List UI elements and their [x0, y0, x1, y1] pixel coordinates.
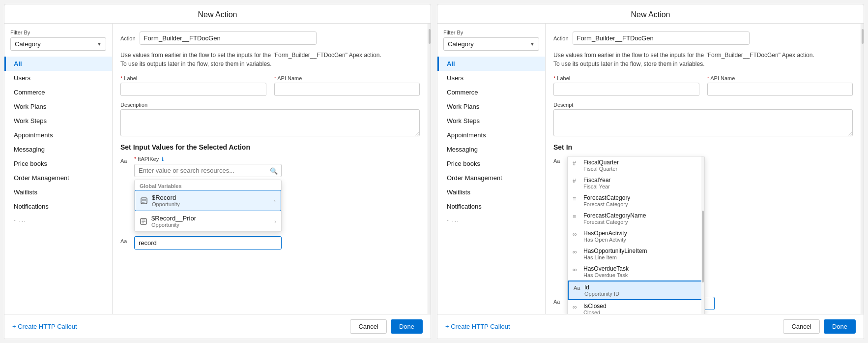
left-value-input[interactable] — [134, 236, 282, 249]
left-api-name-label: * API Name — [274, 75, 420, 81]
right-dropdown-has-overdue-task[interactable]: ∞ HasOverdueTask Has Overdue Task — [568, 263, 704, 281]
right-filter-dropdown[interactable]: Category ▼ — [443, 37, 539, 51]
left-modal-footer: + Create HTTP Callout Cancel Done — [4, 314, 431, 339]
right-description-label: Descript — [553, 102, 853, 108]
chevron-down-icon: ▼ — [97, 41, 102, 47]
text-icon-id: Aa — [574, 285, 580, 291]
right-sidebar-item-work-plans[interactable]: Work Plans — [437, 99, 545, 114]
left-modal-title: New Action — [4, 4, 431, 24]
right-sidebar-item-work-steps[interactable]: Work Steps — [437, 114, 545, 128]
right-sidebar-item-waitlists[interactable]: Waitlists — [437, 185, 545, 199]
right-dropdown-id[interactable]: Aa Id Opportunity ID — [568, 281, 704, 300]
right-dropdown-fiscal-quarter[interactable]: # FiscalQuarter Fiscal Quarter — [568, 156, 704, 174]
left-input-type-label: Aa — [120, 156, 130, 164]
right-modal-footer: + Create HTTP Callout Cancel Done — [437, 314, 864, 339]
left-description-textarea[interactable] — [120, 109, 420, 136]
right-sidebar-item-notifications[interactable]: Notifications — [437, 199, 545, 214]
left-sidebar: Filter By Category ▼ All Users Commerce … — [4, 24, 113, 314]
left-description: Use values from earlier in the flow to s… — [120, 51, 420, 68]
left-dropdown-popup: Global Variables $Record Opportunity — [134, 180, 282, 232]
left-label-input[interactable] — [120, 83, 266, 96]
info-icon[interactable]: ℹ — [162, 156, 164, 162]
sidebar-item-more[interactable]: - ... — [4, 214, 112, 226]
sidebar-item-work-plans[interactable]: Work Plans — [4, 99, 112, 114]
right-dropdown-forecast-category-name[interactable]: ≡ ForecastCategoryName Forecast Category — [568, 210, 704, 227]
left-record-item[interactable]: $Record Opportunity › — [135, 190, 281, 211]
right-sidebar-item-more[interactable]: - ... — [437, 214, 545, 226]
record-prior-icon — [140, 218, 147, 225]
right-scrollbar[interactable] — [861, 24, 864, 314]
left-global-variables-label: Global Variables — [135, 180, 281, 190]
right-dropdown-is-closed[interactable]: ∞ IsClosed Closed — [568, 300, 704, 314]
sidebar-item-price-books[interactable]: Price books — [4, 156, 112, 171]
right-sidebar: Filter By Category ▼ All Users Commerce … — [437, 24, 546, 314]
link-icon-1: ∞ — [573, 231, 579, 238]
left-search-input[interactable] — [134, 164, 282, 177]
sidebar-item-all[interactable]: All — [4, 57, 112, 71]
hash-icon-2: # — [573, 178, 579, 185]
sidebar-item-messaging[interactable]: Messaging — [4, 142, 112, 156]
right-scroll-thumb — [862, 29, 864, 44]
right-dropdown-scrollbar-thumb — [702, 211, 704, 282]
record-icon — [140, 197, 148, 204]
right-input-type-label: Aa — [553, 156, 563, 164]
hash-icon-1: # — [573, 160, 579, 167]
right-sidebar-item-all[interactable]: All — [437, 57, 545, 71]
left-done-button[interactable]: Done — [391, 319, 423, 334]
right-dropdown-has-open-activity[interactable]: ∞ HasOpenActivity Has Open Activity — [568, 227, 704, 245]
sidebar-item-waitlists[interactable]: Waitlists — [4, 185, 112, 199]
right-main-content: Action Use values from earlier in the fl… — [546, 24, 861, 314]
right-sidebar-item-order-management[interactable]: Order Management — [437, 171, 545, 185]
right-dropdown-scrollbar[interactable] — [701, 156, 704, 314]
right-api-name-input[interactable] — [707, 83, 853, 96]
right-section-title: Set In — [553, 143, 853, 151]
left-filter-label: Filter By — [4, 30, 112, 37]
chevron-right-icon-2: › — [274, 218, 276, 224]
right-dropdown-popup: # FiscalQuarter Fiscal Quarter # FiscalY… — [567, 156, 705, 314]
left-api-name-input[interactable] — [274, 83, 420, 96]
left-ftapikey-label: * ftAPIKey ℹ — [134, 156, 420, 162]
right-sidebar-item-messaging[interactable]: Messaging — [437, 142, 545, 156]
right-value-type-label: Aa — [553, 297, 563, 305]
link-icon-4: ∞ — [573, 304, 579, 311]
right-label-field-label: * Label — [553, 75, 699, 81]
sidebar-item-commerce[interactable]: Commerce — [4, 85, 112, 99]
search-icon: 🔍 — [270, 167, 278, 174]
right-action-input[interactable] — [573, 31, 750, 45]
sidebar-item-appointments[interactable]: Appointments — [4, 128, 112, 142]
right-sidebar-item-appointments[interactable]: Appointments — [437, 128, 545, 142]
left-create-http-button[interactable]: + Create HTTP Callout — [12, 323, 77, 330]
list-icon-2: ≡ — [573, 213, 579, 220]
sidebar-item-notifications[interactable]: Notifications — [4, 199, 112, 214]
right-create-http-button[interactable]: + Create HTTP Callout — [445, 323, 510, 330]
right-done-button[interactable]: Done — [824, 319, 856, 334]
right-dropdown-has-opportunity-line[interactable]: ∞ HasOpportunityLineItem Has Line Item — [568, 245, 704, 263]
right-sidebar-list: All Users Commerce Work Plans Work Steps… — [437, 57, 545, 226]
chevron-right-icon: › — [274, 198, 276, 204]
right-dropdown-forecast-category[interactable]: ≡ ForecastCategory Forecast Category — [568, 192, 704, 210]
right-sidebar-item-commerce[interactable]: Commerce — [437, 85, 545, 99]
left-record-prior-item[interactable]: $Record__Prior Opportunity › — [135, 211, 281, 231]
right-cancel-button[interactable]: Cancel — [783, 319, 819, 334]
left-section-title: Set Input Values for the Selected Action — [120, 143, 420, 151]
sidebar-item-work-steps[interactable]: Work Steps — [4, 114, 112, 128]
sidebar-item-users[interactable]: Users — [4, 71, 112, 85]
right-sidebar-item-price-books[interactable]: Price books — [437, 156, 545, 171]
left-cancel-button[interactable]: Cancel — [350, 319, 386, 334]
right-label-input[interactable] — [553, 83, 699, 96]
right-filter-label: Filter By — [437, 30, 545, 37]
list-icon-1: ≡ — [573, 195, 579, 202]
right-api-name-label: * API Name — [707, 75, 853, 81]
left-value-type-label: Aa — [120, 236, 130, 244]
right-dropdown-fiscal-year[interactable]: # FiscalYear Fiscal Year — [568, 174, 704, 192]
left-scroll-thumb — [429, 29, 431, 44]
left-scrollbar[interactable] — [428, 24, 431, 314]
sidebar-item-order-management[interactable]: Order Management — [4, 171, 112, 185]
left-action-input[interactable] — [140, 31, 317, 45]
right-sidebar-item-users[interactable]: Users — [437, 71, 545, 85]
link-icon-3: ∞ — [573, 266, 579, 273]
right-chevron-down-icon: ▼ — [530, 41, 535, 47]
right-description-textarea[interactable] — [553, 109, 853, 136]
left-filter-dropdown[interactable]: Category ▼ — [10, 37, 106, 51]
left-label-field-label: * Label — [120, 75, 266, 81]
